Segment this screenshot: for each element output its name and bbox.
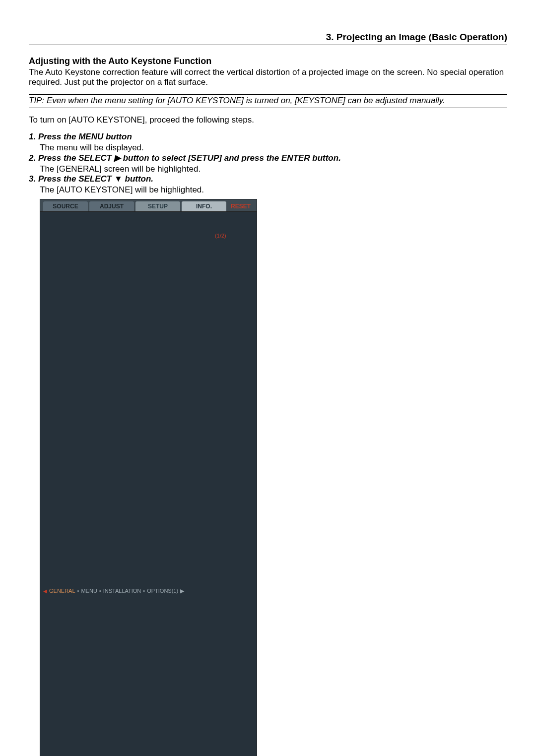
step-1-sub: The menu will be displayed. <box>40 143 507 153</box>
step-3-sub: The [AUTO KEYSTONE] will be highlighted. <box>40 185 507 195</box>
section-title: Adjusting with the Auto Keystone Functio… <box>29 56 507 66</box>
osd-tab-setup: SETUP <box>135 201 180 211</box>
osd-tab-info: INFO. <box>182 201 226 211</box>
osd-tab-adjust: ADJUST <box>89 201 134 211</box>
step-2-sub: The [GENERAL] screen will be highlighted… <box>40 164 507 174</box>
right-arrow-icon: ▶ <box>180 588 184 594</box>
step-2: 2. Press the SELECT ▶ button to select [… <box>29 153 507 163</box>
chapter-header: 3. Projecting an Image (Basic Operation) <box>29 32 507 45</box>
step-1: 1. Press the MENU button <box>29 132 507 142</box>
intro-paragraph: The Auto Keystone correction feature wil… <box>29 67 507 87</box>
step-3: 3. Press the SELECT ▼ button. <box>29 174 507 184</box>
osd-tabs: SOURCE ADJUST SETUP INFO. RESET <box>40 199 257 212</box>
osd-subtab-options: OPTIONS(1) <box>147 588 178 594</box>
osd-page-indicator: (1/2) <box>186 213 255 756</box>
lead-in: To turn on [AUTO KEYSTONE], proceed the … <box>29 115 507 125</box>
osd-tab-reset: RESET <box>228 201 254 211</box>
osd-subtab-install: INSTALLATION <box>103 588 141 594</box>
osd-subtabs: ◀ GENERAL • MENU • INSTALLATION • OPTION… <box>40 212 257 756</box>
left-arrow-icon: ◀ <box>43 588 47 594</box>
osd-tab-source: SOURCE <box>43 201 88 211</box>
osd-subtab-general: GENERAL <box>49 588 75 594</box>
osd-subtab-menu: MENU <box>81 588 97 594</box>
osd-menu: SOURCE ADJUST SETUP INFO. RESET ◀ GENERA… <box>40 199 257 756</box>
tip-text: TIP: Even when the menu setting for [AUT… <box>29 96 507 108</box>
